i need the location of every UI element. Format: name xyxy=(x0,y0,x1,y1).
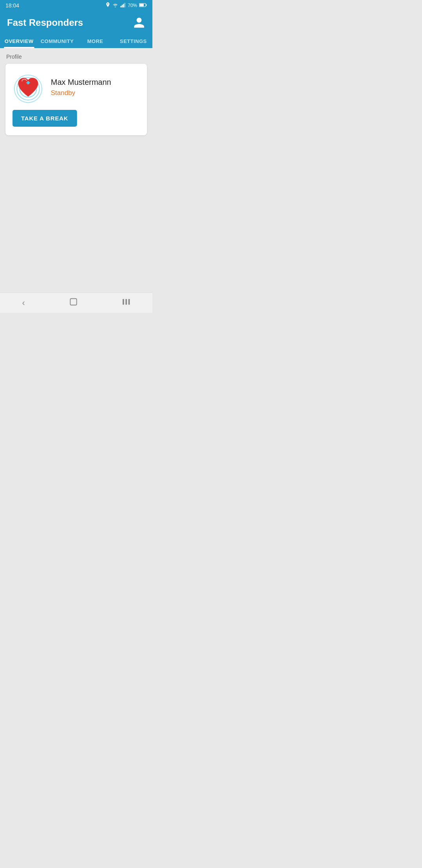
nav-tabs: OVERVIEW COMMUNITY MORE SETTINGS xyxy=(0,34,152,48)
svg-rect-2 xyxy=(123,4,124,7)
status-bar: 18:04 70% xyxy=(0,0,152,11)
tab-more[interactable]: MORE xyxy=(76,34,114,48)
location-icon xyxy=(106,2,110,9)
status-time: 18:04 xyxy=(5,2,19,9)
main-content: Profile Max Mustermann Standby xyxy=(0,48,152,141)
back-button[interactable]: ‹ xyxy=(14,295,32,311)
profile-card: Max Mustermann Standby TAKE A BREAK xyxy=(5,64,147,135)
svg-rect-15 xyxy=(128,299,130,305)
svg-rect-3 xyxy=(124,3,125,7)
app-title: Fast Responders xyxy=(7,17,83,34)
app-header: Fast Responders xyxy=(0,11,152,34)
battery-percent: 70% xyxy=(128,3,137,8)
app-logo xyxy=(13,72,44,103)
tab-community[interactable]: COMMUNITY xyxy=(38,34,77,48)
profile-name: Max Mustermann xyxy=(51,78,111,87)
section-label: Profile xyxy=(5,54,147,60)
wifi-icon xyxy=(112,3,118,9)
svg-rect-5 xyxy=(139,4,144,6)
home-button[interactable] xyxy=(61,294,86,311)
battery-icon xyxy=(139,3,147,9)
svg-rect-13 xyxy=(122,299,124,305)
status-icons: 70% xyxy=(106,2,147,9)
svg-rect-14 xyxy=(125,299,127,305)
recents-button[interactable] xyxy=(114,294,138,311)
svg-rect-11 xyxy=(27,81,29,84)
signal-icon xyxy=(120,3,126,9)
svg-rect-1 xyxy=(122,5,123,7)
svg-rect-0 xyxy=(120,6,122,7)
profile-info: Max Mustermann Standby xyxy=(13,72,140,103)
svg-rect-12 xyxy=(70,299,77,305)
profile-status: Standby xyxy=(51,89,111,97)
profile-text: Max Mustermann Standby xyxy=(51,78,111,97)
tab-settings[interactable]: SETTINGS xyxy=(114,34,153,48)
user-profile-icon[interactable] xyxy=(133,16,145,29)
svg-rect-6 xyxy=(146,4,147,5)
take-break-button[interactable]: TAKE A BREAK xyxy=(13,110,77,127)
bottom-navigation: ‹ xyxy=(0,292,152,313)
tab-overview[interactable]: OVERVIEW xyxy=(0,34,38,48)
